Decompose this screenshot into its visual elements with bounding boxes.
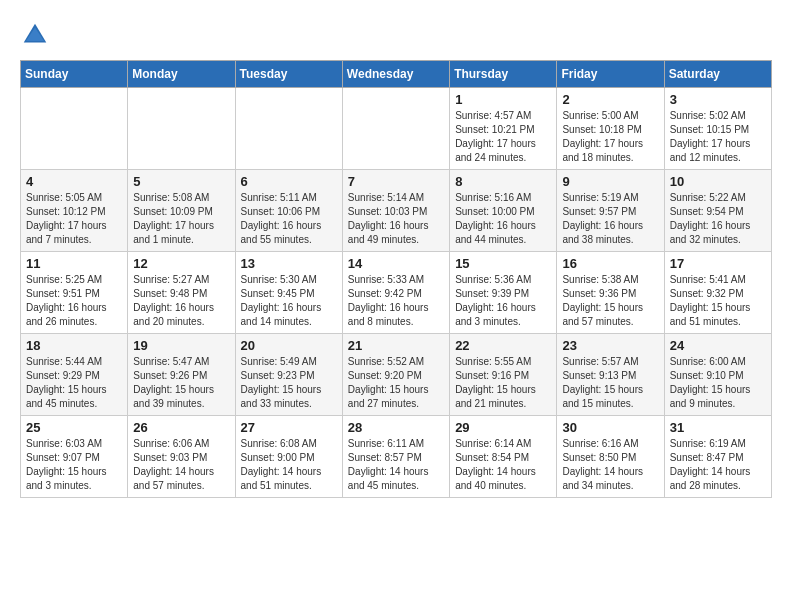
logo xyxy=(20,20,54,50)
weekday-header-friday: Friday xyxy=(557,61,664,88)
calendar-cell: 20Sunrise: 5:49 AM Sunset: 9:23 PM Dayli… xyxy=(235,334,342,416)
day-number: 1 xyxy=(455,92,551,107)
calendar-cell xyxy=(342,88,449,170)
day-info: Sunrise: 5:33 AM Sunset: 9:42 PM Dayligh… xyxy=(348,273,444,329)
calendar-cell: 29Sunrise: 6:14 AM Sunset: 8:54 PM Dayli… xyxy=(450,416,557,498)
day-number: 21 xyxy=(348,338,444,353)
day-info: Sunrise: 5:41 AM Sunset: 9:32 PM Dayligh… xyxy=(670,273,766,329)
day-info: Sunrise: 6:08 AM Sunset: 9:00 PM Dayligh… xyxy=(241,437,337,493)
day-number: 3 xyxy=(670,92,766,107)
calendar-cell: 1Sunrise: 4:57 AM Sunset: 10:21 PM Dayli… xyxy=(450,88,557,170)
calendar-cell: 11Sunrise: 5:25 AM Sunset: 9:51 PM Dayli… xyxy=(21,252,128,334)
day-info: Sunrise: 5:27 AM Sunset: 9:48 PM Dayligh… xyxy=(133,273,229,329)
day-info: Sunrise: 5:47 AM Sunset: 9:26 PM Dayligh… xyxy=(133,355,229,411)
day-number: 19 xyxy=(133,338,229,353)
day-info: Sunrise: 5:44 AM Sunset: 9:29 PM Dayligh… xyxy=(26,355,122,411)
calendar-week-1: 4Sunrise: 5:05 AM Sunset: 10:12 PM Dayli… xyxy=(21,170,772,252)
day-number: 27 xyxy=(241,420,337,435)
calendar-table: SundayMondayTuesdayWednesdayThursdayFrid… xyxy=(20,60,772,498)
day-info: Sunrise: 5:14 AM Sunset: 10:03 PM Daylig… xyxy=(348,191,444,247)
day-number: 6 xyxy=(241,174,337,189)
logo-icon xyxy=(20,20,50,50)
day-number: 25 xyxy=(26,420,122,435)
day-number: 5 xyxy=(133,174,229,189)
day-info: Sunrise: 5:30 AM Sunset: 9:45 PM Dayligh… xyxy=(241,273,337,329)
weekday-header-wednesday: Wednesday xyxy=(342,61,449,88)
calendar-cell: 14Sunrise: 5:33 AM Sunset: 9:42 PM Dayli… xyxy=(342,252,449,334)
calendar-week-4: 25Sunrise: 6:03 AM Sunset: 9:07 PM Dayli… xyxy=(21,416,772,498)
calendar-cell: 26Sunrise: 6:06 AM Sunset: 9:03 PM Dayli… xyxy=(128,416,235,498)
calendar-cell: 24Sunrise: 6:00 AM Sunset: 9:10 PM Dayli… xyxy=(664,334,771,416)
calendar-cell: 30Sunrise: 6:16 AM Sunset: 8:50 PM Dayli… xyxy=(557,416,664,498)
day-info: Sunrise: 5:02 AM Sunset: 10:15 PM Daylig… xyxy=(670,109,766,165)
day-number: 16 xyxy=(562,256,658,271)
weekday-header-monday: Monday xyxy=(128,61,235,88)
day-number: 15 xyxy=(455,256,551,271)
day-number: 22 xyxy=(455,338,551,353)
day-number: 10 xyxy=(670,174,766,189)
calendar-week-3: 18Sunrise: 5:44 AM Sunset: 9:29 PM Dayli… xyxy=(21,334,772,416)
calendar-cell: 31Sunrise: 6:19 AM Sunset: 8:47 PM Dayli… xyxy=(664,416,771,498)
day-number: 8 xyxy=(455,174,551,189)
calendar-cell: 7Sunrise: 5:14 AM Sunset: 10:03 PM Dayli… xyxy=(342,170,449,252)
calendar-cell: 25Sunrise: 6:03 AM Sunset: 9:07 PM Dayli… xyxy=(21,416,128,498)
day-info: Sunrise: 6:11 AM Sunset: 8:57 PM Dayligh… xyxy=(348,437,444,493)
calendar-cell: 10Sunrise: 5:22 AM Sunset: 9:54 PM Dayli… xyxy=(664,170,771,252)
calendar-cell: 23Sunrise: 5:57 AM Sunset: 9:13 PM Dayli… xyxy=(557,334,664,416)
day-info: Sunrise: 4:57 AM Sunset: 10:21 PM Daylig… xyxy=(455,109,551,165)
calendar-cell: 13Sunrise: 5:30 AM Sunset: 9:45 PM Dayli… xyxy=(235,252,342,334)
calendar-cell: 12Sunrise: 5:27 AM Sunset: 9:48 PM Dayli… xyxy=(128,252,235,334)
calendar-cell: 5Sunrise: 5:08 AM Sunset: 10:09 PM Dayli… xyxy=(128,170,235,252)
day-info: Sunrise: 6:03 AM Sunset: 9:07 PM Dayligh… xyxy=(26,437,122,493)
day-number: 7 xyxy=(348,174,444,189)
day-number: 29 xyxy=(455,420,551,435)
calendar-cell: 22Sunrise: 5:55 AM Sunset: 9:16 PM Dayli… xyxy=(450,334,557,416)
day-number: 30 xyxy=(562,420,658,435)
day-number: 11 xyxy=(26,256,122,271)
calendar-cell: 15Sunrise: 5:36 AM Sunset: 9:39 PM Dayli… xyxy=(450,252,557,334)
weekday-header-saturday: Saturday xyxy=(664,61,771,88)
day-info: Sunrise: 5:05 AM Sunset: 10:12 PM Daylig… xyxy=(26,191,122,247)
day-info: Sunrise: 5:22 AM Sunset: 9:54 PM Dayligh… xyxy=(670,191,766,247)
day-info: Sunrise: 6:06 AM Sunset: 9:03 PM Dayligh… xyxy=(133,437,229,493)
calendar-cell xyxy=(235,88,342,170)
day-number: 17 xyxy=(670,256,766,271)
day-info: Sunrise: 5:57 AM Sunset: 9:13 PM Dayligh… xyxy=(562,355,658,411)
calendar-cell: 28Sunrise: 6:11 AM Sunset: 8:57 PM Dayli… xyxy=(342,416,449,498)
day-info: Sunrise: 5:25 AM Sunset: 9:51 PM Dayligh… xyxy=(26,273,122,329)
page-header xyxy=(20,20,772,50)
day-number: 24 xyxy=(670,338,766,353)
day-number: 12 xyxy=(133,256,229,271)
calendar-cell xyxy=(128,88,235,170)
calendar-week-2: 11Sunrise: 5:25 AM Sunset: 9:51 PM Dayli… xyxy=(21,252,772,334)
weekday-header-thursday: Thursday xyxy=(450,61,557,88)
day-number: 9 xyxy=(562,174,658,189)
day-number: 13 xyxy=(241,256,337,271)
day-info: Sunrise: 5:49 AM Sunset: 9:23 PM Dayligh… xyxy=(241,355,337,411)
day-info: Sunrise: 5:11 AM Sunset: 10:06 PM Daylig… xyxy=(241,191,337,247)
day-info: Sunrise: 5:52 AM Sunset: 9:20 PM Dayligh… xyxy=(348,355,444,411)
day-number: 4 xyxy=(26,174,122,189)
calendar-cell: 27Sunrise: 6:08 AM Sunset: 9:00 PM Dayli… xyxy=(235,416,342,498)
calendar-cell: 8Sunrise: 5:16 AM Sunset: 10:00 PM Dayli… xyxy=(450,170,557,252)
day-number: 14 xyxy=(348,256,444,271)
calendar-cell: 9Sunrise: 5:19 AM Sunset: 9:57 PM Daylig… xyxy=(557,170,664,252)
calendar-cell: 2Sunrise: 5:00 AM Sunset: 10:18 PM Dayli… xyxy=(557,88,664,170)
calendar-cell: 21Sunrise: 5:52 AM Sunset: 9:20 PM Dayli… xyxy=(342,334,449,416)
calendar-cell: 16Sunrise: 5:38 AM Sunset: 9:36 PM Dayli… xyxy=(557,252,664,334)
calendar-cell xyxy=(21,88,128,170)
weekday-header-sunday: Sunday xyxy=(21,61,128,88)
day-info: Sunrise: 5:00 AM Sunset: 10:18 PM Daylig… xyxy=(562,109,658,165)
day-number: 28 xyxy=(348,420,444,435)
day-info: Sunrise: 6:14 AM Sunset: 8:54 PM Dayligh… xyxy=(455,437,551,493)
weekday-header-tuesday: Tuesday xyxy=(235,61,342,88)
day-info: Sunrise: 6:19 AM Sunset: 8:47 PM Dayligh… xyxy=(670,437,766,493)
day-info: Sunrise: 5:55 AM Sunset: 9:16 PM Dayligh… xyxy=(455,355,551,411)
day-info: Sunrise: 5:19 AM Sunset: 9:57 PM Dayligh… xyxy=(562,191,658,247)
day-info: Sunrise: 5:36 AM Sunset: 9:39 PM Dayligh… xyxy=(455,273,551,329)
day-info: Sunrise: 5:08 AM Sunset: 10:09 PM Daylig… xyxy=(133,191,229,247)
day-number: 31 xyxy=(670,420,766,435)
day-info: Sunrise: 6:00 AM Sunset: 9:10 PM Dayligh… xyxy=(670,355,766,411)
day-info: Sunrise: 6:16 AM Sunset: 8:50 PM Dayligh… xyxy=(562,437,658,493)
calendar-cell: 19Sunrise: 5:47 AM Sunset: 9:26 PM Dayli… xyxy=(128,334,235,416)
